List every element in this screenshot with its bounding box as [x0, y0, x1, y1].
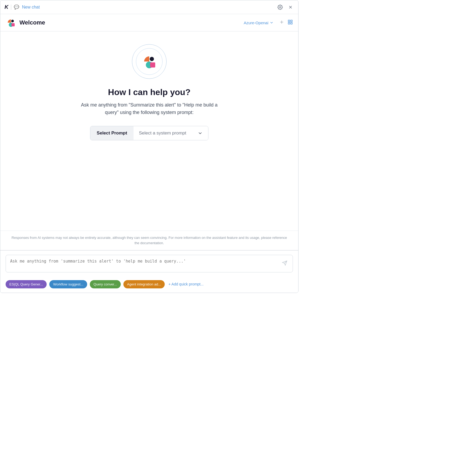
svg-rect-13	[150, 62, 155, 67]
prompt-selector-row: Select Prompt Select a system prompt	[90, 126, 208, 140]
quick-chip-agent[interactable]: Agent integration ad...	[123, 280, 165, 288]
input-area	[0, 250, 298, 277]
edit-icon-button[interactable]	[279, 19, 284, 26]
welcome-headline: How I can help you?	[108, 87, 190, 97]
app-header: Welcome Azure-Openai	[0, 14, 298, 31]
svg-point-7	[281, 22, 282, 22]
chevron-down-icon	[197, 130, 203, 136]
title-divider	[11, 5, 11, 10]
logo-circle-inner	[136, 48, 163, 75]
welcome-section: How I can help you? Ask me anything from…	[64, 31, 235, 231]
title-bar-left: K 💬 New chat	[5, 4, 40, 10]
svg-rect-8	[288, 20, 290, 22]
chat-input[interactable]	[10, 259, 281, 268]
app-logo	[6, 17, 16, 28]
svg-point-3	[11, 20, 14, 22]
disclaimer-text: Responses from AI systems may not always…	[0, 231, 298, 250]
grid-icon-button[interactable]	[288, 19, 293, 26]
grid-icon	[288, 19, 293, 25]
title-bar: K 💬 New chat	[0, 0, 298, 14]
welcome-subtext: Ask me anything from "Summarize this ale…	[75, 101, 224, 116]
svg-point-12	[150, 57, 154, 61]
svg-rect-11	[291, 22, 292, 24]
quick-prompts-bar: ES|QL Query Gener... Workflow suggest...…	[0, 277, 298, 293]
model-chevron-icon	[269, 21, 274, 25]
select-prompt-button[interactable]: Select Prompt	[90, 126, 134, 140]
model-name: Azure-Openai	[244, 21, 268, 25]
quick-chip-workflow[interactable]: Workflow suggest...	[49, 280, 87, 288]
prompt-dropdown[interactable]: Select a system prompt	[134, 126, 208, 140]
app-header-right: Azure-Openai	[241, 19, 293, 26]
quick-chip-esql[interactable]: ES|QL Query Gener...	[6, 280, 47, 288]
chat-icon: 💬	[14, 5, 19, 10]
app-header-left: Welcome	[6, 17, 45, 28]
add-quick-prompt-button[interactable]: + Add quick prompt...	[167, 280, 205, 288]
input-box	[6, 255, 293, 272]
prompt-placeholder-text: Select a system prompt	[139, 130, 186, 136]
main-content-area: How I can help you? Ask me anything from…	[0, 31, 298, 250]
quick-chip-query[interactable]: Query conver...	[90, 280, 121, 288]
app-window: K 💬 New chat	[0, 0, 298, 293]
send-button[interactable]	[281, 260, 288, 268]
new-chat-label: New chat	[22, 5, 40, 10]
center-logo	[141, 53, 158, 70]
send-icon	[282, 260, 287, 266]
svg-rect-9	[291, 20, 292, 22]
logo-circle-container	[132, 44, 167, 79]
svg-rect-4	[11, 23, 15, 26]
settings-button[interactable]	[276, 3, 284, 11]
title-bar-right	[276, 3, 294, 11]
model-selector-button[interactable]: Azure-Openai	[241, 19, 276, 26]
close-button[interactable]	[287, 4, 294, 11]
bottom-section: ES|QL Query Gener... Workflow suggest...…	[0, 250, 298, 293]
edit-icon	[279, 19, 284, 25]
k-logo: K	[5, 4, 8, 10]
app-title: Welcome	[19, 19, 45, 26]
svg-point-0	[280, 6, 281, 8]
svg-rect-10	[288, 22, 290, 24]
